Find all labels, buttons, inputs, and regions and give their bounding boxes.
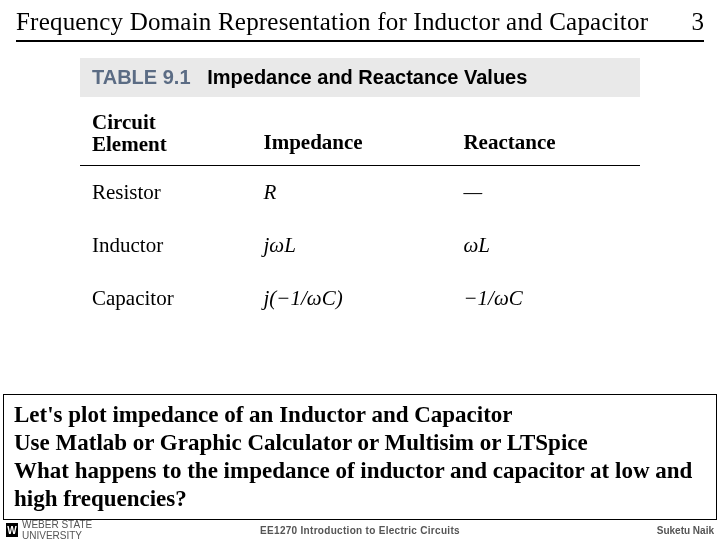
logo-icon: W xyxy=(6,523,18,537)
col-header-element-line2: Element xyxy=(92,133,240,155)
table: Circuit Element Impedance Reactance Resi… xyxy=(80,97,640,325)
table-row: Capacitor j(−1/ωC) −1/ωC xyxy=(80,272,640,325)
footer-left: W WEBER STATE UNIVERSITY xyxy=(6,519,136,540)
callout-line: What happens to the impedance of inducto… xyxy=(14,457,706,513)
cell-reactance: −1/ωC xyxy=(451,272,640,325)
slide-title: Frequency Domain Representation for Indu… xyxy=(16,8,680,36)
col-header-element: Circuit Element xyxy=(80,97,252,166)
table-caption: TABLE 9.1 Impedance and Reactance Values xyxy=(80,58,640,97)
cell-impedance: jωL xyxy=(252,219,452,272)
cell-element: Inductor xyxy=(80,219,252,272)
page-number: 3 xyxy=(680,8,705,36)
cell-element: Resistor xyxy=(80,166,252,220)
table-row: Inductor jωL ωL xyxy=(80,219,640,272)
slide: Frequency Domain Representation for Indu… xyxy=(0,0,720,540)
callout-line: Let's plot impedance of an Inductor and … xyxy=(14,401,706,429)
cell-reactance: ωL xyxy=(451,219,640,272)
table-row: Resistor R — xyxy=(80,166,640,220)
footer: W WEBER STATE UNIVERSITY EE1270 Introduc… xyxy=(0,520,720,540)
table-header-row: Circuit Element Impedance Reactance xyxy=(80,97,640,166)
col-header-element-line1: Circuit xyxy=(92,111,240,133)
cell-reactance: — xyxy=(451,166,640,220)
title-bar: Frequency Domain Representation for Indu… xyxy=(16,8,704,42)
cell-element: Capacitor xyxy=(80,272,252,325)
callout-box: Let's plot impedance of an Inductor and … xyxy=(3,394,717,520)
table-caption-label: TABLE 9.1 xyxy=(92,66,191,88)
col-header-reactance: Reactance xyxy=(451,97,640,166)
impedance-table: TABLE 9.1 Impedance and Reactance Values… xyxy=(80,58,640,325)
footer-right: Suketu Naik xyxy=(584,525,714,536)
cell-impedance: R xyxy=(252,166,452,220)
cell-impedance: j(−1/ωC) xyxy=(252,272,452,325)
col-header-impedance: Impedance xyxy=(252,97,452,166)
callout-line: Use Matlab or Graphic Calculator or Mult… xyxy=(14,429,706,457)
table-caption-text: Impedance and Reactance Values xyxy=(207,66,527,88)
footer-left-text: WEBER STATE UNIVERSITY xyxy=(22,519,136,540)
footer-center: EE1270 Introduction to Electric Circuits xyxy=(136,525,584,536)
